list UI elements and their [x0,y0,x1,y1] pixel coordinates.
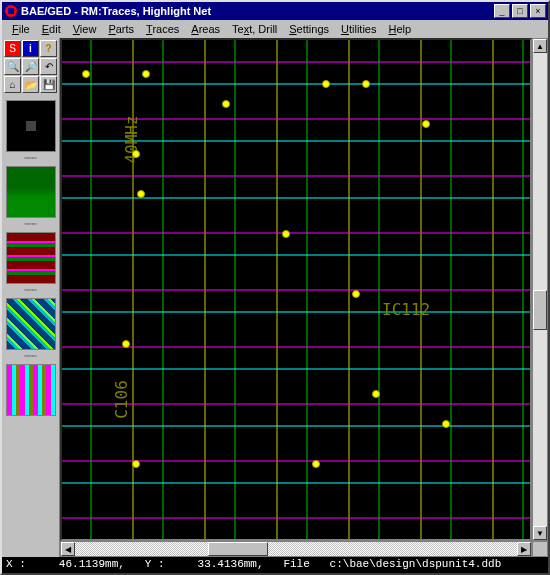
scrollbar-corner [532,541,548,557]
scroll-track-h[interactable] [75,542,517,556]
open-icon: 📂 [25,79,37,90]
svg-rect-1 [8,8,14,14]
titlebar[interactable]: BAE/GED - RM:Traces, Highlight Net _ □ × [2,2,548,20]
scroll-right-button[interactable]: ▶ [517,542,531,556]
menu-traces[interactable]: Traces [140,21,185,37]
tool-back-button[interactable]: ↶ [40,58,57,75]
minimize-button[interactable]: _ [494,4,510,18]
pcb-canvas[interactable]: 40MHz IC112 C106 [60,38,532,541]
thumbnail-layer-2[interactable] [6,232,56,284]
thumbnail-layer-1[interactable] [6,166,56,218]
help-icon: ? [45,43,51,54]
scroll-thumb-h[interactable] [208,542,268,556]
thumbnail-layer-3[interactable] [6,298,56,350]
home-icon: ⌂ [9,79,15,90]
s-icon: S [9,43,16,54]
tool-s-button[interactable]: S [4,40,21,57]
zoomout-icon: 🔎 [25,61,37,72]
status-y-value: 33.4136mm, [198,558,264,570]
menu-help[interactable]: Help [383,21,418,37]
workspace: S i ? 🔍 🔎 ↶ ⌂ 📂 💾 ▫▫▫▫▫ ▫▫▫▫▫ ▫▫▫▫▫ [2,38,548,557]
save-icon: 💾 [43,79,55,90]
status-file-label: File [283,558,309,570]
tool-save-button[interactable]: 💾 [40,76,57,93]
scroll-track-v[interactable] [533,53,547,526]
silkscreen-label-ic: IC112 [382,300,430,319]
vertical-scrollbar[interactable]: ▲ ▼ [532,38,548,541]
menu-view[interactable]: View [67,21,103,37]
status-x-value: 46.1139mm, [59,558,125,570]
info-icon: i [29,43,32,54]
menu-edit[interactable]: Edit [36,21,67,37]
statusbar: X : 46.1139mm, Y : 33.4136mm, File c:\ba… [2,557,548,573]
main-area: 40MHz IC112 C106 ▲ ▼ ◀ [60,38,548,557]
thumbnail-label: ▫▫▫▫▫ [6,286,56,296]
thumbnail-label: ▫▫▫▫▫ [6,154,56,164]
chevron-down-icon: ▼ [536,529,544,538]
layer-thumbnails: ▫▫▫▫▫ ▫▫▫▫▫ ▫▫▫▫▫ ▫▫▫▫▫ [6,100,56,416]
back-icon: ↶ [45,61,53,72]
left-panel: S i ? 🔍 🔎 ↶ ⌂ 📂 💾 ▫▫▫▫▫ ▫▫▫▫▫ ▫▫▫▫▫ [2,38,60,557]
chevron-left-icon: ◀ [65,545,71,554]
app-window: BAE/GED - RM:Traces, Highlight Net _ □ ×… [0,0,550,575]
thumbnail-label: ▫▫▫▫▫ [6,352,56,362]
tool-open-button[interactable]: 📂 [22,76,39,93]
menu-file[interactable]: File [6,21,36,37]
window-title: BAE/GED - RM:Traces, Highlight Net [21,5,492,17]
close-icon: × [535,6,540,16]
zoomin-icon: 🔍 [7,61,19,72]
thumbnail-layer-4[interactable] [6,364,56,416]
maximize-icon: □ [517,6,522,16]
tool-zoomin-button[interactable]: 🔍 [4,58,21,75]
menu-settings[interactable]: Settings [283,21,335,37]
status-x-label: X : [6,558,26,570]
menu-areas[interactable]: Areas [185,21,226,37]
scroll-down-button[interactable]: ▼ [533,526,547,540]
chevron-right-icon: ▶ [521,545,527,554]
menu-parts[interactable]: Parts [102,21,140,37]
status-file-value: c:\bae\design\dspunit4.ddb [330,558,502,570]
menu-utilities[interactable]: Utilities [335,21,382,37]
app-icon [4,4,18,18]
silkscreen-label-c: C106 [112,380,131,419]
chevron-up-icon: ▲ [536,42,544,51]
tool-help-button[interactable]: ? [40,40,57,57]
horizontal-scrollbar[interactable]: ◀ ▶ [60,541,532,557]
status-y-label: Y : [145,558,165,570]
tool-info-button[interactable]: i [22,40,39,57]
menu-textdrill[interactable]: Text, Drill [226,21,283,37]
maximize-button[interactable]: □ [512,4,528,18]
menubar: File Edit View Parts Traces Areas Text, … [2,20,548,38]
thumbnail-overview[interactable] [6,100,56,152]
tool-home-button[interactable]: ⌂ [4,76,21,93]
close-button[interactable]: × [530,4,546,18]
scroll-left-button[interactable]: ◀ [61,542,75,556]
thumbnail-label: ▫▫▫▫▫ [6,220,56,230]
scroll-up-button[interactable]: ▲ [533,39,547,53]
scroll-thumb-v[interactable] [533,290,547,330]
minimize-icon: _ [499,6,504,16]
tool-zoomout-button[interactable]: 🔎 [22,58,39,75]
